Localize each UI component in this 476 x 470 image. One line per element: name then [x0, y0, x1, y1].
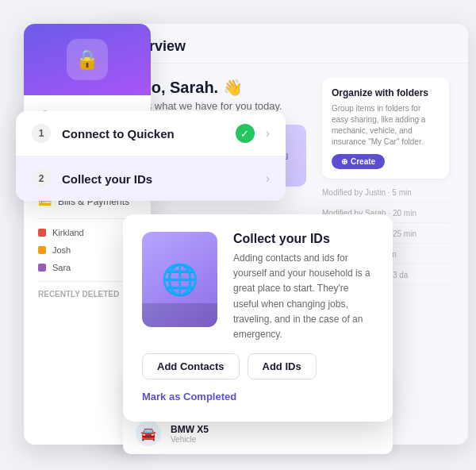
create-button[interactable]: ⊕ Create [332, 154, 385, 169]
lock-icon: 🔒 [75, 48, 99, 71]
detail-desc: Adding contacts and ids for yourself and… [233, 251, 374, 342]
create-label: Create [351, 157, 375, 166]
detail-actions: Add Contacts Add IDs [142, 353, 374, 379]
mark-completed-button[interactable]: Mark as Completed [142, 387, 236, 406]
checklist-item-2[interactable]: 2 Collect your IDs › [16, 156, 286, 201]
detail-popup: 🌐 Collect your IDs Adding contacts and i… [123, 214, 393, 422]
plus-icon: ⊕ [341, 157, 347, 166]
folder-color-dot [38, 264, 46, 272]
sidebar-header: 🔒 [24, 24, 151, 95]
folder-label: Sara [52, 263, 71, 272]
chevron-right-icon: › [266, 126, 270, 141]
organize-text: Group items in folders for easy sharing,… [332, 103, 440, 148]
organize-card: Organize with folders Group items in fol… [322, 78, 449, 179]
globe-icon: 🌐 [161, 262, 198, 297]
folder-label: Josh [52, 245, 71, 255]
sidebar-divider-3 [38, 281, 136, 282]
detail-content: Collect your IDs Adding contacts and ids… [233, 232, 374, 342]
passport-shadow [142, 303, 217, 327]
folder-color-dot [38, 246, 46, 254]
checklist-label-1: Connect to Quicken [62, 127, 225, 141]
passport-illustration: 🌐 [142, 232, 217, 327]
checkmark-icon: ✓ [240, 128, 249, 140]
checklist-number-1: 1 [32, 124, 51, 143]
add-ids-button[interactable]: Add IDs [248, 353, 317, 379]
checklist-item-1[interactable]: 1 Connect to Quicken ✓ › [16, 111, 286, 156]
folder-color-dot [38, 229, 46, 237]
detail-title: Collect your IDs [233, 232, 374, 246]
check-completed-icon: ✓ [236, 124, 255, 143]
lock-icon-container: 🔒 [67, 39, 108, 80]
detail-top: 🌐 Collect your IDs Adding contacts and i… [142, 232, 374, 342]
sidebar-divider-2 [38, 218, 136, 219]
checklist-panel: 1 Connect to Quicken ✓ › 2 Collect your … [16, 111, 286, 201]
bmw-info: BMW X5 Vehicle [171, 424, 380, 444]
bmw-type: Vehicle [171, 435, 380, 444]
organize-title: Organize with folders [332, 87, 440, 98]
add-contacts-button[interactable]: Add Contacts [142, 353, 240, 379]
bg-window-header: Overview [103, 24, 468, 64]
chevron-right-icon-2: › [266, 171, 270, 186]
checklist-number-2: 2 [32, 169, 51, 188]
bmw-name: BMW X5 [171, 424, 380, 435]
folder-label: Kirkland [52, 228, 84, 237]
modified-row: Modified by Justin · 5 min [322, 188, 449, 202]
bmw-icon: 🚘 [136, 421, 161, 446]
checklist-label-2: Collect your IDs [62, 172, 255, 186]
